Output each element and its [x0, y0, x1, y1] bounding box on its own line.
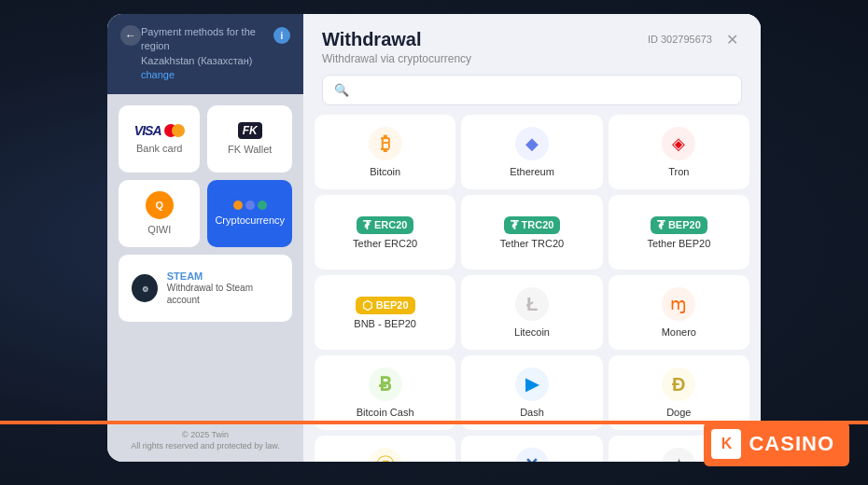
- ethereum-label: Ethereum: [510, 166, 554, 177]
- bnb-bep20-badge: ⬡ BEP20: [356, 297, 415, 314]
- region-text: Payment methods for the region Kazakhsta…: [141, 25, 266, 83]
- crypto-ethereum[interactable]: ◆ Ethereum: [461, 115, 602, 189]
- crypto-tether-bep20[interactable]: ₮ BEP20 Tether BEP20: [609, 195, 749, 270]
- bitcoin-cash-icon: Ƀ: [369, 367, 402, 401]
- crypto-monero[interactable]: ɱ Monero: [609, 275, 749, 350]
- casino-logo: K CASINO: [704, 422, 849, 466]
- search-bar[interactable]: 🔍: [322, 75, 742, 105]
- ethereum-icon: ◆: [515, 127, 549, 160]
- crypto-grid: ₿ Bitcoin ◆ Ethereum ◈ Tron: [303, 115, 761, 462]
- crypto-bitcoin-cash[interactable]: Ƀ Bitcoin Cash: [315, 355, 455, 430]
- bitcoin-cash-label: Bitcoin Cash: [357, 407, 414, 418]
- payment-bank-card[interactable]: VISA Bank card: [119, 105, 200, 173]
- crypto-dots: [233, 201, 267, 210]
- ripple-icon: ✕: [515, 448, 549, 462]
- cryptocurrency-label: Cryptocurrency: [215, 215, 285, 226]
- litecoin-icon: Ł: [515, 287, 549, 321]
- tether-bep20-badge: ₮ BEP20: [651, 216, 707, 234]
- doge-icon: Ð: [662, 367, 695, 401]
- header-left: Withdrawal Withdrawal via cryptocurrency: [322, 29, 471, 65]
- search-input[interactable]: [357, 83, 730, 97]
- crypto-tron[interactable]: ◈ Tron: [609, 115, 749, 189]
- steam-title: STEAM: [167, 270, 279, 282]
- dash-label: Dash: [520, 407, 544, 418]
- bnb-bep20-label: BNB - BEP20: [354, 318, 416, 329]
- fk-wallet-label: FK Wallet: [228, 144, 272, 155]
- left-panel-header: ← Payment methods for the region Kazakhs…: [107, 14, 303, 94]
- right-header: Withdrawal Withdrawal via cryptocurrency…: [303, 14, 761, 75]
- crypto-bitcoin[interactable]: ₿ Bitcoin: [315, 115, 455, 189]
- withdrawal-subtitle: Withdrawal via cryptocurrency: [322, 52, 471, 65]
- crypto-litecoin[interactable]: Ł Litecoin: [461, 275, 602, 350]
- payment-methods-grid: VISA Bank card FK FK Wallet Q QIWI: [107, 94, 303, 333]
- withdrawal-id: ID 302795673: [648, 34, 712, 45]
- doge-label: Doge: [666, 407, 691, 418]
- litecoin-label: Litecoin: [514, 326, 550, 338]
- tether-erc20-badge: ₮ ERC20: [357, 216, 413, 234]
- visa-logo: VISA: [134, 123, 161, 138]
- tether-trc20-badge: ₮ TRC20: [504, 216, 561, 234]
- crypto-zcash[interactable]: ⓩ Zcash: [315, 436, 455, 462]
- payment-steam[interactable]: ⚙ STEAM Withdrawal to Steam account: [119, 255, 292, 322]
- crypto-tether-trc20[interactable]: ₮ TRC20 Tether TRC20: [461, 195, 602, 270]
- close-button[interactable]: ✕: [721, 29, 742, 49]
- dash-icon: ▶: [515, 367, 549, 401]
- bitcoin-label: Bitcoin: [370, 166, 400, 177]
- crypto-ripple[interactable]: ✕ Ripple: [461, 436, 602, 462]
- crypto-dash[interactable]: ▶ Dash: [461, 355, 602, 430]
- search-icon: 🔍: [334, 83, 349, 97]
- steam-text: STEAM Withdrawal to Steam account: [167, 270, 279, 306]
- tron-icon: ◈: [662, 127, 695, 160]
- monero-icon: ɱ: [662, 287, 695, 321]
- casino-logo-text: CASINO: [749, 432, 834, 456]
- zcash-icon: ⓩ: [369, 448, 402, 462]
- left-panel: ← Payment methods for the region Kazakhs…: [107, 14, 303, 462]
- svg-text:⚙: ⚙: [141, 285, 147, 294]
- copyright: © 2025 Twin: [117, 429, 294, 441]
- bitcoin-icon: ₿: [369, 127, 402, 160]
- right-panel: Withdrawal Withdrawal via cryptocurrency…: [303, 14, 761, 462]
- stellar-icon: ✦: [662, 448, 695, 462]
- fk-wallet-logo: FK: [238, 122, 262, 139]
- tether-trc20-label: Tether TRC20: [500, 238, 564, 249]
- steam-logo: ⚙: [132, 274, 158, 302]
- header-right: ID 302795673 ✕: [648, 29, 742, 49]
- tron-label: Tron: [668, 166, 689, 177]
- payment-cryptocurrency[interactable]: Cryptocurrency: [207, 180, 292, 247]
- back-button[interactable]: ←: [120, 25, 141, 46]
- qiwi-logo: Q: [146, 191, 174, 219]
- modal-wrapper: ← Payment methods for the region Kazakhs…: [107, 14, 761, 462]
- steam-subtitle: Withdrawal to Steam account: [167, 282, 279, 306]
- tether-bep20-label: Tether BEP20: [647, 238, 710, 249]
- crypto-doge[interactable]: Ð Doge: [609, 355, 749, 430]
- bank-card-label: Bank card: [136, 143, 183, 154]
- payment-fk-wallet[interactable]: FK FK Wallet: [207, 105, 292, 173]
- qiwi-label: QIWI: [147, 224, 171, 235]
- crypto-tether-erc20[interactable]: ₮ ERC20 Tether ERC20: [315, 195, 455, 270]
- legal-text: All rights reserved and protected by law…: [117, 440, 294, 452]
- mastercard-logo: [164, 124, 185, 137]
- info-button[interactable]: i: [273, 27, 290, 44]
- monero-label: Monero: [662, 326, 696, 338]
- region-name: Kazakhstan (Казахстан): [141, 55, 252, 66]
- casino-logo-icon: K: [711, 429, 741, 459]
- change-region-link[interactable]: change: [141, 69, 175, 80]
- withdrawal-title: Withdrawal: [322, 29, 471, 50]
- bank-card-icons: VISA: [134, 123, 185, 138]
- crypto-bnb-bep20[interactable]: ⬡ BEP20 BNB - BEP20: [315, 275, 455, 350]
- payment-qiwi[interactable]: Q QIWI: [119, 180, 200, 247]
- tether-erc20-label: Tether ERC20: [353, 238, 417, 249]
- left-panel-footer: © 2025 Twin All rights reserved and prot…: [107, 420, 303, 462]
